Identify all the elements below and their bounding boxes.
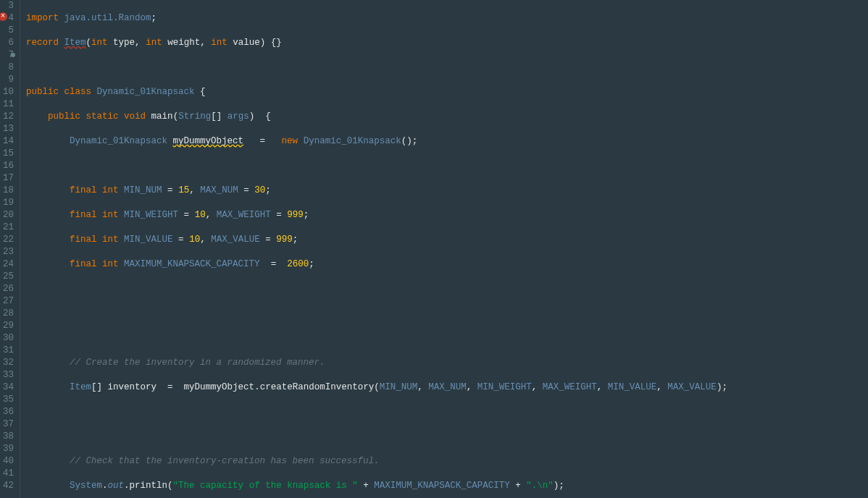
line-number[interactable]: 17 [0,172,14,185]
param: type [113,38,135,48]
line-number[interactable]: 27 [0,295,14,308]
code-area[interactable]: import java.util.Random; record Item(int… [20,0,868,498]
constant: MAX_NUM [200,185,238,195]
number: 999 [287,210,304,220]
line-number[interactable]: 38 [0,431,14,443]
constant: MIN_WEIGHT [124,210,178,220]
line-number[interactable]: 5 [0,25,14,37]
line-number[interactable]: 41 [0,468,14,480]
keyword: final [70,210,97,220]
string: ".\n" [526,481,554,491]
line-number[interactable]: 6 [0,37,14,49]
number: 30 [254,185,265,195]
arg: MIN_WEIGHT [477,382,532,392]
keyword: static [86,111,119,122]
keyword: int [146,38,162,48]
line-number[interactable]: 16 [0,160,14,172]
line-number[interactable]: 7 [0,49,14,62]
variable: myDummyObject [173,136,244,146]
constant: MIN_NUM [124,185,162,195]
record-name: Item [64,38,86,48]
line-number[interactable]: 15 [0,148,14,160]
keyword: int [102,235,119,245]
line-number[interactable]: 24 [0,258,14,271]
number: 15 [178,185,189,195]
line-number[interactable]: 12 [0,111,14,123]
line-number[interactable]: 42 [0,480,14,492]
line-number[interactable]: 3 [0,0,14,12]
param: args [228,111,249,122]
line-number[interactable]: 4 [0,12,14,25]
class-ref: System [70,481,102,491]
keyword: int [102,259,119,269]
arg: MAX_VALUE [667,382,717,392]
line-number[interactable]: 20 [0,209,14,221]
keyword: final [70,259,97,269]
keyword: public [26,87,59,97]
line-number[interactable]: 9 [0,74,14,86]
arg: MAX_WEIGHT [543,382,597,392]
line-number[interactable]: 25 [0,271,14,283]
line-number[interactable]: 26 [0,283,14,295]
constant: MAXIMUM_KNAPSACK_CAPACITY [124,259,260,269]
line-number[interactable]: 19 [0,197,14,209]
import-path: java.util.Random [64,13,151,23]
keyword: int [102,210,119,220]
number: 10 [195,210,206,220]
line-number[interactable]: 34 [0,381,14,394]
constant: MAX_VALUE [211,235,260,245]
constant: MAX_WEIGHT [217,210,271,220]
keyword: final [70,185,97,195]
method-call: println [130,481,168,491]
line-number[interactable]: 35 [0,394,14,406]
type: Dynamic_01Knapsack [70,136,167,146]
line-number[interactable]: 10 [0,86,14,98]
line-number[interactable]: 21 [0,221,14,234]
line-number[interactable]: 32 [0,357,14,369]
line-number[interactable]: 40 [0,455,14,468]
keyword: int [211,38,228,48]
line-number[interactable]: 11 [0,98,14,111]
code-editor[interactable]: 3456789101112131415161718192021222324252… [0,0,868,498]
line-number[interactable]: 31 [0,345,14,357]
number: 10 [189,235,200,245]
line-number[interactable]: 23 [0,246,14,258]
line-number[interactable]: 30 [0,332,14,345]
line-number[interactable]: 22 [0,234,14,246]
class-name: Dynamic_01Knapsack [97,87,195,97]
arg: MIN_NUM [380,382,418,392]
keyword: int [91,38,108,48]
type: String [178,111,211,122]
constant: MIN_VALUE [124,235,173,245]
line-number[interactable]: 18 [0,185,14,197]
line-number[interactable]: 28 [0,308,14,320]
line-number[interactable]: 33 [0,369,14,381]
variable: myDummyObject [184,382,255,392]
arg: MIN_VALUE [608,382,657,392]
comment: // Create the inventory in a randomized … [70,358,325,368]
param: value [233,38,260,48]
constructor: Dynamic_01Knapsack [304,136,401,146]
line-number[interactable]: 8 [0,62,14,74]
method-name: main [151,111,173,122]
field: out [108,481,125,491]
keyword: record [26,38,59,48]
line-number[interactable]: 37 [0,418,14,431]
line-number[interactable]: 13 [0,123,14,135]
line-number[interactable]: 36 [0,406,14,418]
arg: MAX_NUM [428,382,467,392]
comment: // Check that the inventory-creation has… [70,456,380,466]
line-number[interactable]: 29 [0,320,14,332]
keyword: public [48,111,80,122]
line-number[interactable]: 14 [0,135,14,148]
line-number[interactable]: 39 [0,443,14,455]
type: Item [70,382,91,392]
method-call: createRandomInventory [260,382,375,392]
param: weight [167,38,200,48]
line-gutter: 3456789101112131415161718192021222324252… [0,0,20,498]
number: 999 [276,235,293,245]
keyword: class [64,87,92,97]
string: "The capacity of the knapsack is " [173,481,358,491]
keyword: int [102,185,119,195]
keyword: final [70,235,97,245]
